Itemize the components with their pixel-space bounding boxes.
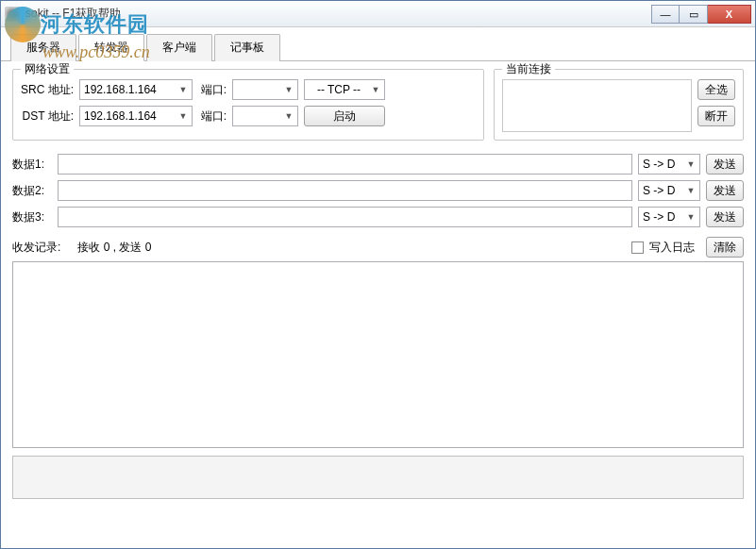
- data3-input[interactable]: [58, 207, 632, 227]
- data2-send-button[interactable]: 发送: [706, 180, 744, 201]
- start-button[interactable]: 启动: [304, 106, 385, 126]
- data-row-1: 数据1: S -> D ▼ 发送: [12, 154, 744, 175]
- chevron-down-icon: ▼: [684, 159, 697, 169]
- data1-input[interactable]: [58, 154, 632, 175]
- content-area: 网络设置 SRC 地址: 192.168.1.164 ▼ 端口: ▼ -- TC…: [1, 61, 755, 507]
- dst-addr-value: 192.168.1.164: [84, 109, 176, 123]
- log-header: 收发记录: 接收 0 , 发送 0 写入日志 清除: [12, 237, 744, 258]
- current-connections-legend: 当前连接: [502, 61, 555, 77]
- data3-send-button[interactable]: 发送: [706, 207, 744, 227]
- titlebar: sokit -- F1获取帮助 — ▭ X: [1, 1, 755, 27]
- log-stats: 接收 0 , 发送 0: [77, 240, 151, 256]
- dst-addr-combo[interactable]: 192.168.1.164 ▼: [79, 106, 193, 126]
- data1-label: 数据1:: [12, 157, 52, 173]
- window-buttons: — ▭ X: [651, 5, 751, 24]
- dst-port-combo[interactable]: ▼: [232, 106, 298, 126]
- write-log-checkbox[interactable]: [631, 241, 644, 254]
- src-port-combo[interactable]: ▼: [232, 79, 298, 100]
- data2-direction-combo[interactable]: S -> D ▼: [638, 180, 700, 201]
- disconnect-button[interactable]: 断开: [697, 106, 735, 126]
- maximize-button[interactable]: ▭: [680, 5, 708, 24]
- data-rows: 数据1: S -> D ▼ 发送 数据2: S -> D ▼ 发送 数据3: S…: [12, 154, 744, 227]
- protocol-combo[interactable]: -- TCP -- ▼: [304, 79, 385, 100]
- src-port-label: 端口:: [198, 82, 227, 98]
- select-all-button[interactable]: 全选: [697, 79, 735, 100]
- log-header-label: 收发记录:: [12, 240, 60, 256]
- chevron-down-icon: ▼: [282, 111, 295, 121]
- minimize-button[interactable]: —: [651, 5, 680, 24]
- chevron-down-icon: ▼: [176, 85, 190, 94]
- status-area: [12, 456, 744, 499]
- data1-direction-value: S -> D: [643, 158, 684, 171]
- chevron-down-icon: ▼: [282, 85, 295, 94]
- data1-direction-combo[interactable]: S -> D ▼: [638, 154, 700, 175]
- network-settings-group: 网络设置 SRC 地址: 192.168.1.164 ▼ 端口: ▼ -- TC…: [12, 69, 484, 141]
- tab-bar: 服务器 转发器 客户端 记事板: [1, 27, 755, 61]
- dst-addr-label: DST 地址:: [21, 108, 74, 125]
- network-settings-legend: 网络设置: [21, 61, 74, 77]
- clear-button[interactable]: 清除: [706, 237, 744, 258]
- current-connections-group: 当前连接 全选 断开: [494, 69, 744, 141]
- tab-notepad[interactable]: 记事板: [214, 34, 280, 61]
- tab-client[interactable]: 客户端: [146, 34, 212, 61]
- data3-label: 数据3:: [12, 209, 52, 225]
- data2-direction-value: S -> D: [643, 184, 684, 197]
- src-addr-value: 192.168.1.164: [84, 83, 176, 96]
- dst-port-label: 端口:: [198, 108, 227, 125]
- log-textarea[interactable]: [12, 261, 744, 448]
- data2-label: 数据2:: [12, 183, 52, 199]
- data1-send-button[interactable]: 发送: [706, 154, 744, 175]
- src-addr-combo[interactable]: 192.168.1.164 ▼: [79, 79, 193, 100]
- chevron-down-icon: ▼: [684, 186, 697, 195]
- tab-forwarder[interactable]: 转发器: [78, 34, 144, 61]
- write-log-label: 写入日志: [649, 240, 695, 256]
- data3-direction-value: S -> D: [643, 210, 684, 224]
- connection-list[interactable]: [502, 79, 692, 132]
- chevron-down-icon: ▼: [684, 212, 697, 222]
- chevron-down-icon: ▼: [369, 85, 382, 94]
- app-icon: [5, 7, 20, 22]
- chevron-down-icon: ▼: [176, 111, 190, 121]
- tab-server[interactable]: 服务器: [10, 34, 76, 61]
- protocol-value: -- TCP --: [309, 83, 369, 96]
- data-row-2: 数据2: S -> D ▼ 发送: [12, 180, 744, 201]
- close-button[interactable]: X: [708, 5, 751, 24]
- data3-direction-combo[interactable]: S -> D ▼: [638, 207, 700, 227]
- data-row-3: 数据3: S -> D ▼ 发送: [12, 207, 744, 227]
- src-addr-label: SRC 地址:: [21, 82, 74, 98]
- data2-input[interactable]: [58, 180, 632, 201]
- window-title: sokit -- F1获取帮助: [25, 6, 651, 22]
